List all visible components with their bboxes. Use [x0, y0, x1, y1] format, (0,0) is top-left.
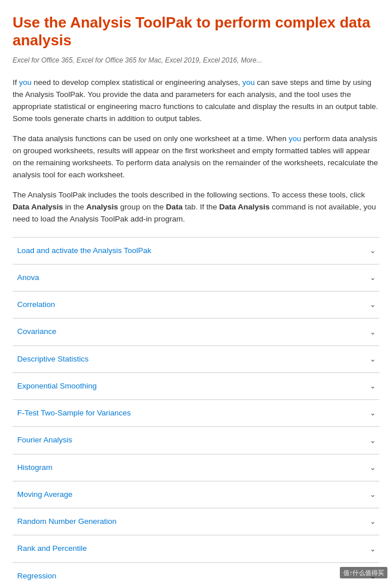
accordion-label-random-number: Random Number Generation — [17, 516, 116, 527]
accordion-item-correlation: Correlation⌄ — [13, 292, 379, 318]
page-container: Use the Analysis ToolPak to perform comp… — [0, 0, 392, 583]
accordion-item-moving-average: Moving Average⌄ — [13, 481, 379, 508]
accordion-item-covariance: Covariance⌄ — [13, 318, 379, 345]
chevron-down-icon: ⌄ — [370, 407, 376, 419]
paragraph-1: If you need to develop complex statistic… — [13, 77, 379, 125]
chevron-down-icon: ⌄ — [370, 462, 376, 473]
accordion-header-anova[interactable]: Anova⌄ — [13, 265, 379, 291]
accordion-item-histogram: Histogram⌄ — [13, 454, 379, 481]
chevron-down-icon: ⌄ — [370, 299, 376, 310]
accordion-header-histogram[interactable]: Histogram⌄ — [13, 454, 379, 481]
accordion-label-moving-average: Moving Average — [17, 489, 73, 500]
accordion-label-f-test: F-Test Two-Sample for Variances — [17, 407, 131, 419]
subtitle-text: Excel for Office 365, Excel for Office 3… — [13, 56, 262, 64]
accordion-header-moving-average[interactable]: Moving Average⌄ — [13, 481, 379, 508]
accordion-container: Load and activate the Analysis ToolPak⌄A… — [13, 237, 379, 583]
accordion-item-exponential-smoothing: Exponential Smoothing⌄ — [13, 373, 379, 400]
chevron-down-icon: ⌄ — [370, 380, 376, 392]
accordion-header-load-activate[interactable]: Load and activate the Analysis ToolPak⌄ — [13, 238, 379, 264]
accordion-label-anova: Anova — [17, 272, 39, 283]
accordion-header-fourier-analysis[interactable]: Fourier Analysis⌄ — [13, 427, 379, 453]
accordion-label-histogram: Histogram — [17, 462, 53, 473]
chevron-down-icon: ⌄ — [370, 272, 376, 283]
accordion-label-fourier-analysis: Fourier Analysis — [17, 434, 72, 446]
accordion-item-random-number: Random Number Generation⌄ — [13, 508, 379, 535]
paragraph-2: The data analysis functions can be used … — [13, 133, 379, 181]
paragraph-3: The Analysis ToolPak includes the tools … — [13, 189, 379, 226]
accordion-header-f-test[interactable]: F-Test Two-Sample for Variances⌄ — [13, 400, 379, 426]
chevron-down-icon: ⌄ — [370, 327, 376, 338]
accordion-label-load-activate: Load and activate the Analysis ToolPak — [17, 245, 151, 256]
accordion-item-fourier-analysis: Fourier Analysis⌄ — [13, 427, 379, 454]
chevron-down-icon: ⌄ — [370, 516, 376, 527]
accordion-label-rank-percentile: Rank and Percentile — [17, 543, 87, 554]
accordion-header-random-number[interactable]: Random Number Generation⌄ — [13, 508, 379, 535]
accordion-item-descriptive-statistics: Descriptive Statistics⌄ — [13, 346, 379, 373]
page-title: Use the Analysis ToolPak to perform comp… — [13, 14, 379, 49]
accordion-header-rank-percentile[interactable]: Rank and Percentile⌄ — [13, 535, 379, 562]
accordion-label-descriptive-statistics: Descriptive Statistics — [17, 353, 89, 365]
chevron-down-icon: ⌄ — [370, 245, 376, 256]
accordion-label-covariance: Covariance — [17, 326, 56, 337]
accordion-item-rank-percentile: Rank and Percentile⌄ — [13, 535, 379, 562]
chevron-down-icon: ⌄ — [370, 353, 376, 365]
chevron-down-icon: ⌄ — [370, 435, 376, 446]
accordion-header-covariance[interactable]: Covariance⌄ — [13, 318, 379, 345]
accordion-label-exponential-smoothing: Exponential Smoothing — [17, 380, 97, 392]
accordion-header-exponential-smoothing[interactable]: Exponential Smoothing⌄ — [13, 373, 379, 399]
accordion-item-load-activate: Load and activate the Analysis ToolPak⌄ — [13, 238, 379, 265]
accordion-item-anova: Anova⌄ — [13, 265, 379, 292]
watermark: 值↑什么值得买 — [340, 567, 388, 579]
accordion-label-regression: Regression — [17, 570, 56, 582]
accordion-header-correlation[interactable]: Correlation⌄ — [13, 292, 379, 318]
chevron-down-icon: ⌄ — [370, 543, 376, 555]
accordion-header-descriptive-statistics[interactable]: Descriptive Statistics⌄ — [13, 346, 379, 372]
chevron-down-icon: ⌄ — [370, 489, 376, 500]
accordion-item-regression: Regression⌄ — [13, 563, 379, 583]
accordion-header-regression[interactable]: Regression⌄ — [13, 563, 379, 583]
accordion-label-correlation: Correlation — [17, 299, 55, 310]
page-subtitle: Excel for Office 365, Excel for Office 3… — [13, 55, 379, 65]
accordion-item-f-test: F-Test Two-Sample for Variances⌄ — [13, 400, 379, 427]
